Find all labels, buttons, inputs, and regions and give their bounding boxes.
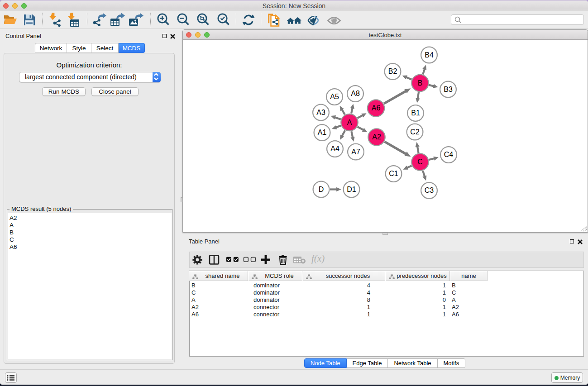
svg-text:B4: B4 xyxy=(425,51,434,59)
svg-text:A6: A6 xyxy=(372,104,381,112)
svg-text:A3: A3 xyxy=(316,109,325,116)
svg-text:A7: A7 xyxy=(351,148,360,156)
svg-text:A2: A2 xyxy=(372,133,381,141)
svg-text:C1: C1 xyxy=(389,170,398,177)
svg-text:C2: C2 xyxy=(410,128,420,136)
svg-text:B3: B3 xyxy=(444,86,453,93)
svg-text:A5: A5 xyxy=(330,93,339,100)
svg-text:B2: B2 xyxy=(388,67,397,75)
svg-text:D1: D1 xyxy=(347,186,356,193)
svg-text:C3: C3 xyxy=(425,186,434,194)
svg-text:D: D xyxy=(319,186,324,193)
svg-text:B1: B1 xyxy=(411,109,420,117)
svg-text:A4: A4 xyxy=(330,145,339,152)
svg-text:A1: A1 xyxy=(318,129,327,136)
svg-text:C4: C4 xyxy=(444,151,454,158)
svg-text:C: C xyxy=(417,158,423,166)
svg-text:A8: A8 xyxy=(351,90,360,97)
svg-text:A: A xyxy=(347,119,352,126)
svg-text:B: B xyxy=(418,79,423,87)
